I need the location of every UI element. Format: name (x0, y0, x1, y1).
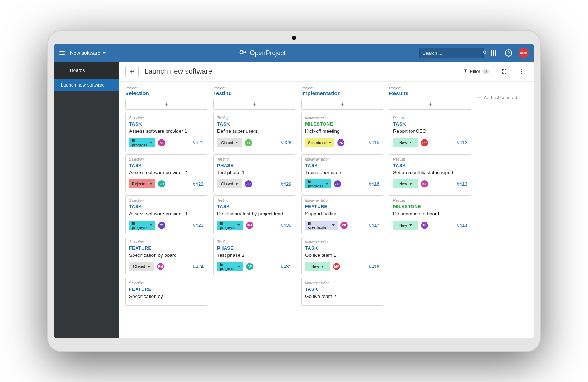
card-id[interactable]: #416 (369, 181, 379, 187)
card-id[interactable]: #423 (193, 222, 204, 228)
card-id[interactable]: #412 (457, 140, 467, 145)
list-name[interactable]: Implementation (301, 90, 383, 96)
search-box[interactable] (419, 48, 484, 58)
card-type: FEATURE (305, 204, 379, 209)
fullscreen-button[interactable] (499, 66, 510, 77)
search-input[interactable] (422, 50, 482, 56)
assignee-avatar[interactable]: PM (246, 222, 253, 229)
assignee-avatar[interactable]: RF (246, 263, 253, 270)
board-list: ProjectSelection+SelectionTASKAssess sof… (125, 86, 207, 306)
add-card-button[interactable]: + (389, 99, 471, 110)
assignee-avatar[interactable]: KF (158, 139, 165, 146)
menu-icon[interactable] (59, 51, 65, 55)
assignee-avatar[interactable]: KF (340, 222, 348, 229)
status-chip[interactable]: Rejected (129, 179, 155, 188)
card[interactable]: TestingTASKDefine super usersClosedTT#42… (213, 113, 295, 151)
card-id[interactable]: #417 (369, 222, 379, 228)
assignee-avatar[interactable]: PP (421, 139, 428, 146)
card-title: Test phase 2 (217, 252, 291, 259)
card[interactable]: SelectionFEATURESpecification by IT (125, 278, 207, 306)
card[interactable]: SelectionTASKAssess software provider 3I… (125, 195, 207, 234)
status-chip[interactable]: Inprogress (129, 221, 155, 230)
assignee-avatar[interactable]: TT (245, 139, 252, 146)
list-name[interactable]: Testing (213, 90, 295, 96)
card[interactable]: TestingTASKPreliminary test by project l… (213, 195, 295, 234)
topbar: New software OpenProject (54, 44, 534, 62)
add-card-button[interactable]: + (125, 99, 207, 110)
add-card-button[interactable]: + (213, 99, 295, 110)
card[interactable]: ImplementationTASKTrain super usersInpro… (301, 154, 383, 193)
list-name[interactable]: Results (389, 90, 471, 96)
card[interactable]: SelectionTASKAssess software provider 2R… (125, 154, 207, 193)
filter-button[interactable]: Filter 0 (460, 66, 493, 77)
status-chip[interactable]: New (393, 179, 418, 188)
up-button[interactable]: ↩ (125, 66, 139, 77)
card-id[interactable]: #418 (369, 264, 379, 269)
card[interactable]: TestingPHASETest phase 1ClosedJD#429 (213, 154, 295, 193)
card[interactable]: SelectionFEATURESpecification by boardCl… (125, 237, 207, 275)
add-list-button[interactable]: +Add list to board (477, 86, 527, 101)
card-id[interactable]: #421 (193, 140, 204, 145)
card-id[interactable]: #414 (457, 222, 467, 228)
card[interactable]: TestingPHASETest phase 2InprogressRF#431 (213, 237, 295, 275)
card-id[interactable]: #430 (281, 222, 291, 228)
card-title: Presentation to board (393, 211, 467, 217)
assignee-avatar[interactable]: PL (421, 222, 428, 229)
card-crumb: Testing (217, 116, 291, 120)
status-chip[interactable]: Closed (217, 179, 242, 188)
user-avatar[interactable]: MM (519, 48, 529, 58)
card-crumb: Implementation (305, 240, 379, 244)
card[interactable]: ImplementationTASKGo live team 1NewMV#41… (301, 237, 383, 275)
search-icon[interactable] (482, 50, 487, 56)
status-chip[interactable]: Closed (129, 262, 154, 271)
sidebar: ← Boards Launch new software (54, 62, 119, 338)
status-chip[interactable]: Inspecification (305, 221, 338, 230)
project-selector[interactable]: New software (70, 50, 106, 56)
card[interactable]: ResultsTASKReport for CEONewPP#412 (389, 113, 471, 151)
chevron-down-icon (147, 266, 150, 268)
assignee-avatar[interactable]: KF (421, 180, 428, 187)
assignee-avatar[interactable]: JD (158, 180, 165, 187)
assignee-avatar[interactable]: JD (245, 180, 252, 187)
assignee-avatar[interactable]: JD (158, 222, 165, 229)
card[interactable]: SelectionTASKAssess software provider 1I… (125, 113, 207, 151)
card-id[interactable]: #428 (281, 140, 291, 145)
status-chip[interactable]: New (393, 138, 418, 147)
card-id[interactable]: #431 (281, 264, 291, 269)
status-chip[interactable]: New (393, 221, 418, 230)
card[interactable]: ImplementationFEATURESupport hotlineInsp… (301, 195, 383, 234)
brand-label: OpenProject (250, 49, 285, 57)
svg-point-0 (240, 50, 243, 54)
status-chip[interactable]: New (305, 262, 330, 271)
card[interactable]: ResultsMILESTONEPresentation to boardNew… (389, 195, 471, 234)
card[interactable]: ResultsTASKSet up monthly status reportN… (389, 154, 471, 193)
status-chip[interactable]: Scheduled (305, 138, 334, 147)
status-chip[interactable]: Inprogress (129, 138, 155, 147)
card-type: PHASE (217, 245, 291, 251)
card[interactable]: ImplementationTASKGo live team 2 (301, 278, 383, 306)
list-name[interactable]: Selection (125, 90, 207, 96)
back-icon[interactable]: ← (60, 67, 66, 73)
chevron-down-icon (150, 142, 152, 143)
card-id[interactable]: #413 (457, 181, 467, 187)
status-chip[interactable]: Inprogress (305, 179, 331, 188)
status-chip[interactable]: Inprogress (217, 262, 243, 271)
assignee-avatar[interactable]: PL (337, 139, 344, 146)
assignee-avatar[interactable]: MV (333, 263, 340, 270)
card-id[interactable]: #422 (193, 181, 204, 187)
brand[interactable]: OpenProject (239, 48, 285, 58)
assignee-avatar[interactable]: PM (157, 263, 164, 270)
card-id[interactable]: #429 (281, 181, 291, 187)
add-card-button[interactable]: + (301, 99, 383, 110)
card-id[interactable]: #415 (369, 140, 379, 145)
assignee-avatar[interactable]: JD (334, 180, 341, 187)
help-icon[interactable]: ? (504, 48, 514, 58)
card-id[interactable]: #424 (193, 264, 204, 269)
list-superscript: Project (125, 86, 207, 90)
card[interactable]: ImplementationMILESTONEKick-off meetingS… (301, 113, 383, 151)
status-chip[interactable]: Closed (217, 138, 242, 147)
more-button[interactable] (516, 66, 527, 77)
status-chip[interactable]: Inprogress (217, 221, 243, 230)
sidebar-item[interactable]: Launch new software (54, 79, 119, 91)
apps-icon[interactable] (489, 48, 499, 58)
